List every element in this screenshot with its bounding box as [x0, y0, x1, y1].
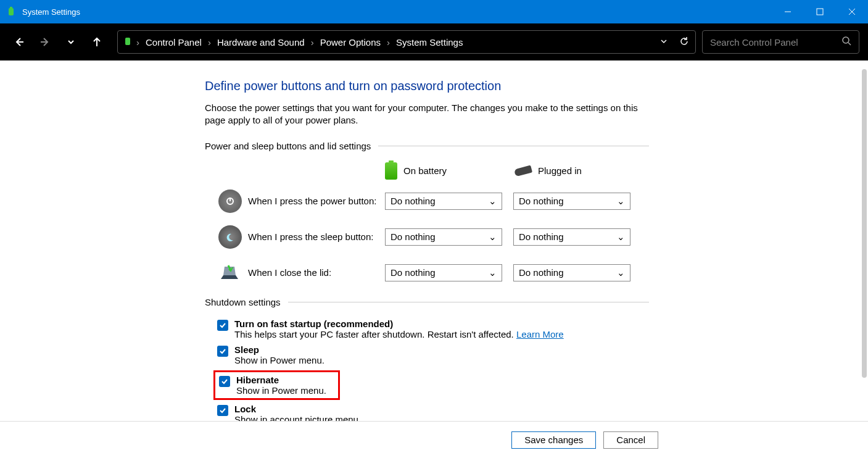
- lock-item: LockShow in account picture menu.: [217, 404, 649, 422]
- chevron-down-icon: ⌄: [489, 196, 497, 207]
- sleep-button-label: When I press the sleep button:: [248, 231, 385, 242]
- minimize-button[interactable]: [772, 0, 804, 23]
- chevron-right-icon: ›: [386, 37, 391, 48]
- svg-rect-3: [817, 9, 823, 15]
- back-button[interactable]: [9, 31, 30, 52]
- on-battery-label: On battery: [403, 165, 447, 176]
- power-button-row: When I press the power button: Do nothin…: [205, 189, 649, 213]
- close-lid-plugged-select[interactable]: Do nothing⌄: [513, 264, 630, 281]
- chevron-down-icon: ⌄: [617, 196, 625, 207]
- svg-rect-9: [125, 38, 130, 45]
- sleep-title: Sleep: [234, 344, 259, 355]
- section-shutdown-label: Shutdown settings: [205, 297, 649, 307]
- power-button-battery-select[interactable]: Do nothing⌄: [385, 193, 502, 210]
- up-button[interactable]: [86, 31, 107, 52]
- power-button-plugged-select[interactable]: Do nothing⌄: [513, 193, 630, 210]
- close-lid-battery-select[interactable]: Do nothing⌄: [385, 264, 502, 281]
- svg-rect-1: [10, 7, 12, 8]
- fast-startup-item: Turn on fast startup (recommended)This h…: [217, 319, 649, 339]
- power-button-icon: [218, 189, 242, 213]
- chevron-down-icon: ⌄: [489, 231, 497, 243]
- scrollbar[interactable]: [862, 69, 867, 378]
- forward-button[interactable]: [35, 31, 56, 52]
- close-lid-row: When I close the lid: Do nothing⌄ Do not…: [205, 261, 649, 285]
- save-changes-button[interactable]: Save changes: [511, 431, 596, 449]
- search-box[interactable]: [702, 30, 859, 54]
- titlebar: System Settings: [0, 0, 868, 23]
- address-bar[interactable]: › Control Panel › Hardware and Sound › P…: [117, 30, 696, 54]
- chevron-down-icon: ⌄: [617, 231, 625, 243]
- learn-more-link[interactable]: Learn More: [516, 329, 564, 339]
- lock-desc: Show in account picture menu.: [234, 414, 361, 422]
- plugged-in-label: Plugged in: [538, 165, 582, 176]
- sleep-item: SleepShow in Power menu.: [217, 344, 649, 365]
- cancel-button[interactable]: Cancel: [603, 431, 658, 449]
- svg-point-10: [843, 37, 849, 43]
- page-description: Choose the power settings that you want …: [205, 102, 649, 127]
- hibernate-title: Hibernate: [236, 375, 279, 385]
- sleep-button-icon: [218, 225, 242, 249]
- search-icon[interactable]: [841, 36, 851, 48]
- sleep-button-battery-select[interactable]: Do nothing⌄: [385, 228, 502, 246]
- hibernate-highlight-box: HibernateShow in Power menu.: [213, 370, 340, 400]
- app-icon: [0, 7, 22, 17]
- close-button[interactable]: [836, 0, 868, 23]
- lock-title: Lock: [234, 404, 256, 414]
- window-title: System Settings: [22, 7, 80, 17]
- navbar: › Control Panel › Hardware and Sound › P…: [0, 23, 868, 60]
- breadcrumb-item[interactable]: Control Panel: [143, 36, 204, 49]
- chevron-right-icon: ›: [135, 37, 141, 48]
- chevron-down-icon: ⌄: [489, 267, 497, 278]
- content-area: Define power buttons and turn on passwor…: [0, 60, 868, 421]
- fast-startup-desc: This helps start your PC faster after sh…: [234, 329, 514, 339]
- chevron-down-icon: ⌄: [617, 267, 625, 278]
- page-heading: Define power buttons and turn on passwor…: [205, 79, 649, 93]
- chevron-right-icon: ›: [310, 37, 315, 48]
- sleep-desc: Show in Power menu.: [234, 355, 324, 365]
- close-lid-label: When I close the lid:: [248, 267, 385, 278]
- breadcrumb-item[interactable]: Hardware and Sound: [215, 36, 307, 49]
- maximize-button[interactable]: [804, 0, 836, 23]
- laptop-lid-icon: [218, 261, 242, 285]
- sleep-checkbox[interactable]: [217, 346, 228, 357]
- refresh-icon[interactable]: [679, 36, 689, 48]
- column-headers: On battery Plugged in: [385, 162, 649, 180]
- sleep-button-plugged-select[interactable]: Do nothing⌄: [513, 228, 630, 246]
- footer: Save changes Cancel: [0, 421, 868, 458]
- chevron-right-icon: ›: [207, 37, 212, 48]
- search-input[interactable]: [710, 37, 841, 48]
- plug-icon: [514, 165, 532, 177]
- section-power-sleep-label: Power and sleep buttons and lid settings: [205, 141, 649, 151]
- hibernate-desc: Show in Power menu.: [236, 385, 326, 396]
- fast-startup-title: Turn on fast startup (recommended): [234, 319, 393, 329]
- breadcrumb-item[interactable]: Power Options: [318, 36, 383, 49]
- address-icon: [123, 36, 133, 48]
- breadcrumb-item[interactable]: System Settings: [394, 36, 465, 49]
- lock-checkbox[interactable]: [217, 405, 228, 416]
- power-button-label: When I press the power button:: [248, 196, 385, 206]
- chevron-down-icon[interactable]: [659, 37, 668, 48]
- svg-line-11: [848, 43, 851, 45]
- recent-dropdown-button[interactable]: [60, 31, 81, 52]
- hibernate-checkbox[interactable]: [219, 376, 230, 387]
- sleep-button-row: When I press the sleep button: Do nothin…: [205, 225, 649, 249]
- fast-startup-checkbox[interactable]: [217, 320, 228, 331]
- svg-rect-0: [9, 8, 14, 15]
- hibernate-item: HibernateShow in Power menu.: [219, 375, 338, 396]
- battery-icon: [385, 162, 397, 180]
